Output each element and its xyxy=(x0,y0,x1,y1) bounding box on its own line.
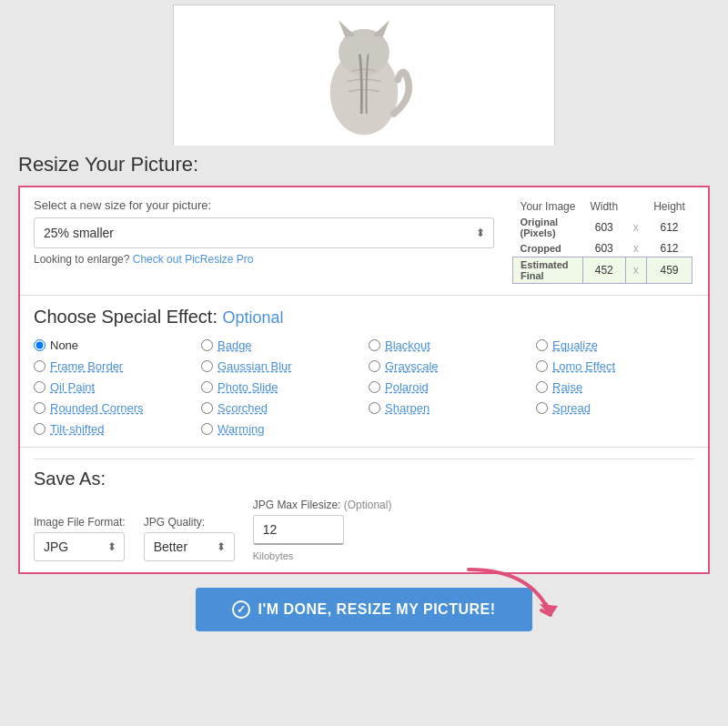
table-row-cropped: Cropped 603 x 612 xyxy=(513,240,693,257)
effect-oil-paint-label: Oil Paint xyxy=(50,380,95,394)
effect-warming-label: Warming xyxy=(217,422,265,436)
effect-raise-label: Raise xyxy=(552,380,582,394)
cropped-height: 612 xyxy=(646,240,693,257)
effect-spread-label: Spread xyxy=(552,401,591,415)
effect-rounded-corners[interactable]: Rounded Corners xyxy=(34,401,192,415)
effect-frame-border[interactable]: Frame Border xyxy=(34,359,192,373)
quality-field: JPG Quality: Good Better Best ⬍ xyxy=(144,516,235,561)
effect-badge[interactable]: Badge xyxy=(201,338,359,352)
effect-lomo-label: Lomo Effect xyxy=(552,359,615,373)
table-header-image: Your Image xyxy=(513,198,583,215)
main-content: Resize Your Picture: Select a new size f… xyxy=(0,146,728,668)
size-select-wrapper: 25% smaller 50% smaller 75% smaller Cust… xyxy=(34,217,494,248)
effect-tilt-shifted[interactable]: Tilt-shifted xyxy=(34,422,192,436)
size-table: Your Image Width Height Original(Pixels)… xyxy=(512,198,693,284)
effects-grid: None Badge Blackout Equalize xyxy=(34,338,694,436)
save-title: Save As: xyxy=(34,459,694,489)
max-filesize-field: JPG Max Filesize: (Optional) Kilobytes xyxy=(253,499,392,561)
effect-polaroid-label: Polaroid xyxy=(385,380,429,394)
effect-lomo[interactable]: Lomo Effect xyxy=(536,359,694,373)
effect-sharpen[interactable]: Sharpen xyxy=(369,401,527,415)
effect-blackout[interactable]: Blackout xyxy=(369,338,527,352)
cat-image xyxy=(300,12,428,139)
effect-none-label: None xyxy=(50,338,78,352)
cat-image-container xyxy=(173,5,555,146)
effect-spread[interactable]: Spread xyxy=(536,401,694,415)
original-width: 603 xyxy=(582,215,625,240)
enlarge-text: Looking to enlarge? Check out PicResize … xyxy=(34,253,494,266)
effect-badge-label: Badge xyxy=(217,338,252,352)
effect-grayscale[interactable]: Grayscale xyxy=(369,359,527,373)
effect-none[interactable]: None xyxy=(34,338,192,352)
estimated-width: 452 xyxy=(582,257,625,284)
effect-photo-slide[interactable]: Photo Slide xyxy=(201,380,359,394)
effect-polaroid[interactable]: Polaroid xyxy=(369,380,527,394)
image-preview-area xyxy=(0,0,728,146)
effect-scorched[interactable]: Scorched xyxy=(201,401,359,415)
table-row-original: Original(Pixels) 603 x 612 xyxy=(513,215,693,240)
page-wrapper: Resize Your Picture: Select a new size f… xyxy=(0,0,728,668)
save-section: Save As: Image File Format: JPG PNG GIF … xyxy=(20,448,708,572)
size-label: Select a new size for your picture: xyxy=(34,198,494,212)
table-row-estimated: EstimatedFinal 452 x 459 xyxy=(513,257,693,284)
format-select-wrapper: JPG PNG GIF BMP ⬍ xyxy=(34,532,126,561)
effect-scorched-label: Scorched xyxy=(217,401,268,415)
effect-photo-slide-label: Photo Slide xyxy=(217,380,278,394)
resize-title: Resize Your Picture: xyxy=(18,153,710,176)
effect-gaussian-blur-label: Gaussian Blur xyxy=(217,359,292,373)
effect-oil-paint[interactable]: Oil Paint xyxy=(34,380,192,394)
estimated-height: 459 xyxy=(646,257,693,284)
pink-arrow-icon xyxy=(460,560,569,633)
effect-rounded-corners-label: Rounded Corners xyxy=(50,401,144,415)
original-label: Original(Pixels) xyxy=(513,215,583,240)
size-table-area: Your Image Width Height Original(Pixels)… xyxy=(512,198,694,284)
size-left: Select a new size for your picture: 25% … xyxy=(34,198,494,266)
max-filesize-input[interactable] xyxy=(253,515,344,545)
effects-optional: Optional xyxy=(223,308,284,327)
effects-title: Choose Special Effect: Optional xyxy=(34,307,694,328)
kilobytes-label: Kilobytes xyxy=(253,550,392,561)
svg-marker-2 xyxy=(339,20,356,37)
options-box: Select a new size for your picture: 25% … xyxy=(18,186,710,574)
effect-tilt-shifted-label: Tilt-shifted xyxy=(50,422,104,436)
cropped-width: 603 xyxy=(582,240,625,257)
effect-grayscale-label: Grayscale xyxy=(385,359,439,373)
table-header-x xyxy=(625,198,646,215)
size-section: Select a new size for your picture: 25% … xyxy=(20,187,708,296)
table-header-width: Width xyxy=(582,198,625,215)
estimated-label: EstimatedFinal xyxy=(513,257,583,284)
cropped-label: Cropped xyxy=(513,240,583,257)
quality-select[interactable]: Good Better Best xyxy=(144,532,235,561)
quality-select-wrapper: Good Better Best ⬍ xyxy=(144,532,235,561)
effect-gaussian-blur[interactable]: Gaussian Blur xyxy=(201,359,359,373)
done-button-area: ✓ I'M DONE, RESIZE MY PICTURE! xyxy=(18,574,710,650)
max-filesize-label: JPG Max Filesize: (Optional) xyxy=(253,499,392,511)
effect-raise[interactable]: Raise xyxy=(536,380,694,394)
effect-equalize-label: Equalize xyxy=(552,338,598,352)
table-header-height: Height xyxy=(646,198,693,215)
picresize-pro-link[interactable]: Check out PicResize Pro xyxy=(133,253,254,266)
original-height: 612 xyxy=(646,215,693,240)
effect-frame-border-label: Frame Border xyxy=(50,359,123,373)
effect-sharpen-label: Sharpen xyxy=(385,401,430,415)
effect-blackout-label: Blackout xyxy=(385,338,430,352)
format-field: Image File Format: JPG PNG GIF BMP ⬍ xyxy=(34,516,126,561)
svg-marker-3 xyxy=(372,20,389,37)
max-filesize-optional: (Optional) xyxy=(344,499,392,511)
format-label: Image File Format: xyxy=(34,516,126,529)
quality-label: JPG Quality: xyxy=(144,516,235,529)
effects-section: Choose Special Effect: Optional None Bad… xyxy=(20,296,708,448)
save-options: Image File Format: JPG PNG GIF BMP ⬍ xyxy=(34,499,694,561)
format-select[interactable]: JPG PNG GIF BMP xyxy=(34,532,125,561)
effect-equalize[interactable]: Equalize xyxy=(536,338,694,352)
effect-warming[interactable]: Warming xyxy=(201,422,359,436)
check-icon: ✓ xyxy=(232,600,250,619)
size-select[interactable]: 25% smaller 50% smaller 75% smaller Cust… xyxy=(34,217,494,248)
